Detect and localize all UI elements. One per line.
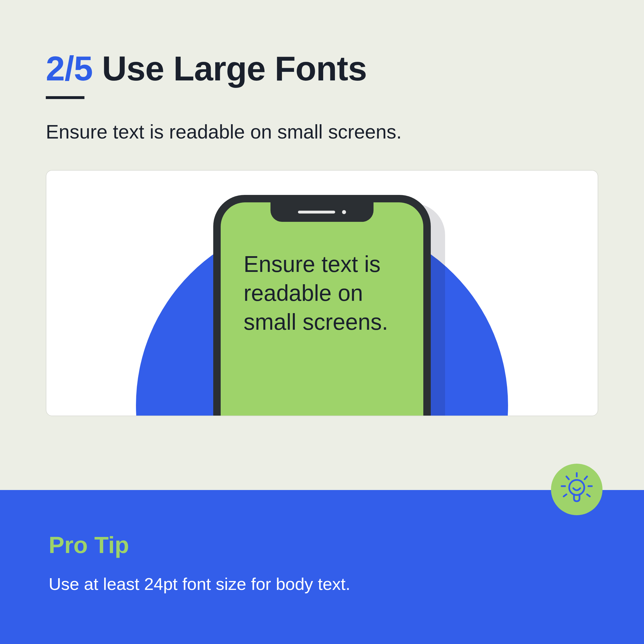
svg-point-7 xyxy=(569,480,584,495)
illustration-card: Ensure text is readable on small screens… xyxy=(46,170,598,416)
svg-line-6 xyxy=(587,494,590,496)
phone-sample-text: Ensure text is readable on small screens… xyxy=(244,250,400,336)
title-underline xyxy=(46,96,84,99)
pro-tip-label: Pro Tip xyxy=(49,532,595,558)
phone-notch xyxy=(270,202,374,222)
tip-badge xyxy=(551,464,602,515)
svg-line-1 xyxy=(566,477,569,479)
pro-tip-bar: Pro Tip Use at least 24pt font size for … xyxy=(0,490,644,644)
camera-dot-icon xyxy=(342,210,346,214)
speaker-icon xyxy=(298,211,335,214)
svg-line-5 xyxy=(564,494,566,496)
title-text: Use Large Fonts xyxy=(102,49,367,88)
page-title: 2/5 Use Large Fonts xyxy=(46,49,598,88)
phone-screen: Ensure text is readable on small screens… xyxy=(221,202,423,416)
lightbulb-icon xyxy=(560,472,594,507)
page-subtitle: Ensure text is readable on small screens… xyxy=(46,120,598,143)
phone-frame: Ensure text is readable on small screens… xyxy=(213,195,431,416)
pro-tip-body: Use at least 24pt font size for body tex… xyxy=(49,574,595,594)
main-content: 2/5 Use Large Fonts Ensure text is reada… xyxy=(0,0,644,416)
step-counter: 2/5 xyxy=(46,49,93,88)
svg-line-2 xyxy=(585,477,587,479)
